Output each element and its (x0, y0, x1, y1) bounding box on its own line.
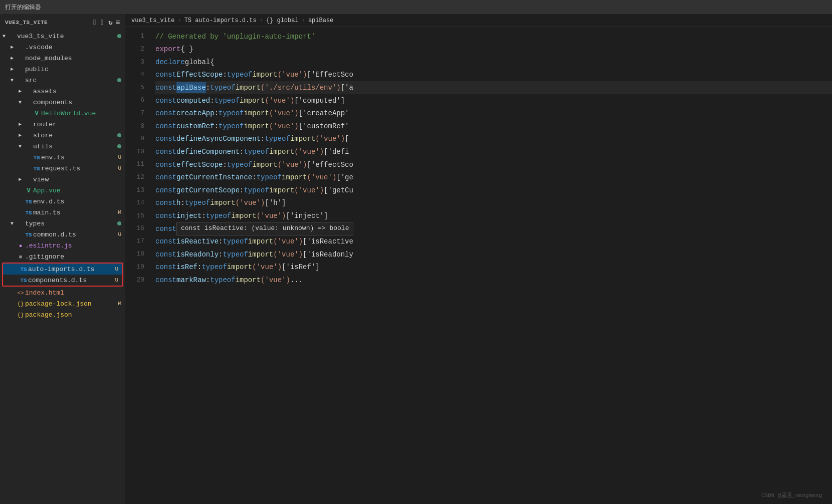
watermark: CSDN @孟孟_mengmeng (761, 491, 822, 499)
tree-item-vscode[interactable]: ► .vscode (0, 42, 125, 53)
tree-item-gitignore[interactable]: ■ .gitignore (0, 251, 125, 262)
tree-icon-common_d_ts: TS (24, 231, 33, 238)
token: ('vue') (252, 262, 282, 273)
editor-area: vue3_ts_vite › TS auto-imports.d.ts › {}… (125, 14, 832, 504)
new-folder-icon[interactable]:  (101, 19, 105, 27)
code-line-5: const apiBase: typeof import('./src/util… (155, 81, 832, 94)
tree-item-request_ts[interactable]: TS request.ts U (0, 163, 125, 174)
tree-icon-env_ts: TS (32, 154, 41, 161)
tree-item-utils[interactable]: ▼ utils (0, 141, 125, 152)
tree-item-types[interactable]: ▼ types (0, 218, 125, 229)
breadcrumb-part-1: vue3_ts_vite (131, 17, 174, 24)
token: defineAsyncComponent (176, 133, 261, 144)
token: : (219, 249, 223, 260)
tree-badge-auto_imports_d_ts: U (115, 266, 118, 272)
token: const (155, 236, 176, 247)
main-layout: VUE3_TS_VITE   ↻ ≡ ▼ vue3_ts_vite ► .v… (0, 14, 832, 504)
tree-item-main_ts[interactable]: TS main.ts M (0, 207, 125, 218)
token: : (215, 108, 219, 119)
token: ('vue') (257, 210, 286, 221)
line-number-1: 1 (125, 30, 144, 43)
line-number-11: 11 (125, 158, 144, 171)
token: import (252, 69, 277, 80)
collapse-icon[interactable]: ≡ (116, 19, 120, 27)
token: const (155, 121, 176, 132)
tree-item-common_d_ts[interactable]: TS common.d.ts U (0, 229, 125, 240)
token: isRef (176, 262, 197, 273)
tree-item-node_modules[interactable]: ► node_modules (0, 53, 125, 64)
tree-label-request_ts: request.ts (41, 165, 118, 172)
tree-badge-package_lock_json: M (118, 301, 121, 307)
tree-label-env_ts: env.ts (41, 154, 118, 161)
token: ('vue') (236, 197, 265, 208)
tree-label-components: components (33, 99, 125, 106)
tree-item-store[interactable]: ► store (0, 130, 125, 141)
tree-item-components_d_ts[interactable]: TS components.d.ts U (3, 275, 122, 286)
token: ['a (341, 82, 353, 93)
tree-item-assets[interactable]: ► assets (0, 86, 125, 97)
tree-label-vscode: .vscode (25, 44, 125, 51)
token: customRef (176, 121, 215, 132)
line-number-18: 18 (125, 248, 144, 261)
token: const (155, 210, 176, 221)
token: markRaw (176, 275, 206, 286)
token: const (155, 223, 176, 234)
tree-item-view[interactable]: ► view (0, 174, 125, 185)
code-line-13: const getCurrentScope: typeof import('vu… (155, 184, 832, 197)
token: export (155, 44, 180, 55)
token: typeof (244, 146, 269, 157)
new-file-icon[interactable]:  (93, 19, 98, 27)
tree-item-package_lock_json[interactable]: {} package-lock.json M (0, 298, 125, 309)
token: ('vue') (269, 121, 299, 132)
token: ['customRef' (299, 121, 349, 132)
token: typeof (201, 262, 227, 273)
line-number-6: 6 (125, 94, 144, 107)
tree-icon-index_html: <> (16, 289, 25, 297)
tree-label-view: view (33, 176, 125, 183)
token: const (155, 197, 176, 208)
sidebar-header-icons:   ↻ ≡ (93, 18, 120, 27)
file-tree: ▼ vue3_ts_vite ► .vscode ► node_modules … (0, 31, 125, 320)
tree-item-HelloWorld_vue[interactable]: V HelloWorld.vue (0, 108, 125, 119)
tree-item-src[interactable]: ▼ src (0, 75, 125, 86)
token: : (201, 210, 205, 221)
tree-icon-HelloWorld_vue: V (32, 110, 41, 117)
sidebar-title: VUE3_TS_VITE (5, 20, 48, 26)
tree-icon-main_ts: TS (24, 209, 33, 216)
token: ['inject'] (286, 210, 328, 221)
token: ('vue') (278, 159, 307, 170)
token: import (244, 121, 269, 132)
tree-item-index_html[interactable]: <> index.html (0, 287, 125, 298)
tree-item-vue3_ts_vite_root[interactable]: ▼ vue3_ts_vite (0, 31, 125, 42)
token: : (215, 121, 219, 132)
refresh-icon[interactable]: ↻ (108, 18, 113, 27)
tree-item-auto_imports_d_ts[interactable]: TS auto-imports.d.ts U (3, 264, 122, 275)
tree-item-package_json[interactable]: {} package.json (0, 309, 125, 320)
tree-item-components[interactable]: ▼ components (0, 97, 125, 108)
tree-arrow-store: ► (16, 133, 24, 138)
tree-item-App_vue[interactable]: V App.vue (0, 185, 125, 196)
tree-label-router: router (33, 121, 125, 128)
tree-item-public[interactable]: ► public (0, 64, 125, 75)
token: { } (180, 44, 193, 55)
token: : (252, 172, 256, 183)
tree-label-auto_imports_d_ts: auto-imports.d.ts (28, 266, 115, 273)
code-line-17: const isReactive: typeof import('vue')['… (155, 235, 832, 248)
token: import (240, 95, 265, 106)
code-line-20: const markRaw: typeof import('vue')... (155, 274, 832, 287)
tree-icon-gitignore: ■ (16, 253, 25, 261)
tree-item-eslintrc_js[interactable]: ● .eslintrc.js (0, 240, 125, 251)
token: import (244, 108, 269, 119)
token: import (282, 172, 307, 183)
token: ... (290, 275, 303, 286)
token: ['h'] (265, 197, 286, 208)
tree-arrow-public: ► (8, 67, 16, 72)
tree-item-env_d_ts[interactable]: TS env.d.ts (0, 196, 125, 207)
token: ('vue') (307, 172, 337, 183)
line-number-4: 4 (125, 69, 144, 82)
tree-item-env_ts[interactable]: TS env.ts U (0, 152, 125, 163)
tree-label-index_html: index.html (25, 289, 125, 297)
code-editor[interactable]: 1234567891011121314151617181920 // Gener… (125, 27, 832, 504)
title-label: 打开的编辑器 (5, 3, 41, 12)
tree-item-router[interactable]: ► router (0, 119, 125, 130)
